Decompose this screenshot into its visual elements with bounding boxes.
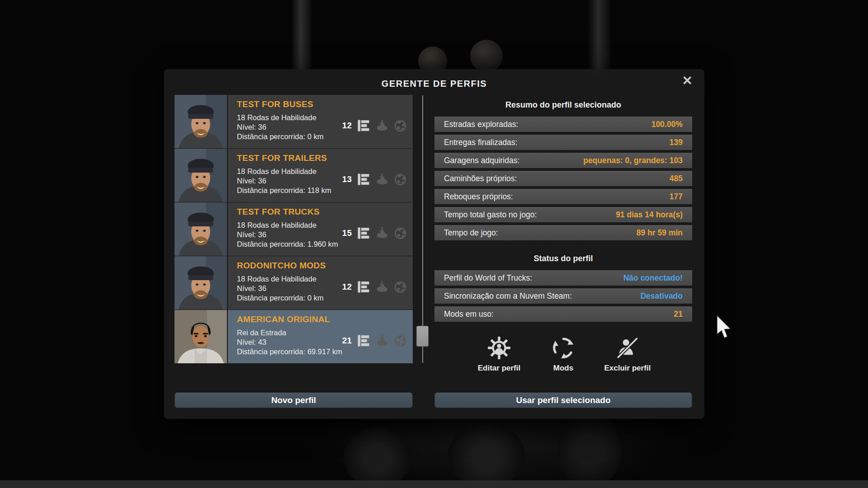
edit-profile-button[interactable]: Editar perfil (474, 336, 524, 373)
cloud-sync-icon (375, 119, 389, 132)
status-row: Perfil do World of Trucks: Não conectado… (434, 270, 692, 286)
summary-row: Tempo total gasto no jogo: 91 dias 14 ho… (434, 207, 692, 222)
status-row-label: Perfil do World of Trucks: (444, 273, 532, 283)
truck-wheel-2 (448, 424, 525, 488)
mouse-cursor (717, 315, 732, 341)
summary-rows: Estradas exploradas: 100.00% Entregas fi… (434, 117, 692, 243)
summary-row-label: Tempo de jogo: (444, 228, 498, 238)
summary-row-value: 100.00% (651, 120, 683, 129)
profile-name: AMERICAN ORIGINAL (237, 314, 413, 324)
cloud-sync-icon (375, 334, 389, 347)
status-row-value: Desativado (641, 291, 683, 301)
avatar (175, 310, 227, 363)
cloud-sync-icon (375, 173, 389, 186)
summary-row: Entregas finalizadas: 139 (434, 135, 692, 150)
new-profile-button[interactable]: Novo perfil (175, 393, 413, 408)
ground-strip (0, 480, 868, 488)
mods-count: 21 (342, 336, 352, 346)
summary-row-label: Estradas exploradas: (444, 120, 518, 129)
status-row: Mods em uso: 21 (434, 306, 692, 322)
profile-row[interactable]: RODONITCHO MODS 18 Rodas de Habilidade N… (175, 256, 413, 310)
dialog-title: GERENTE DE PERFIS (164, 79, 704, 89)
profile-row[interactable]: TEST FOR TRAILERS 18 Rodas de Habilidade… (175, 149, 413, 202)
profile-name: TEST FOR TRAILERS (237, 153, 413, 163)
gear-person-icon (487, 336, 511, 360)
profile-distance: Distância percorrida: 0 km (237, 132, 413, 141)
profile-list-scroll-track[interactable] (422, 95, 423, 363)
summary-row-label: Caminhões próprios: (444, 174, 517, 183)
cloud-sync-icon (375, 280, 389, 294)
avatar-beanie-man (175, 256, 227, 310)
truck-wheel-1 (344, 427, 411, 488)
close-icon[interactable]: ✕ (682, 75, 693, 87)
mods-count: 13 (342, 174, 352, 184)
status-row-value: 21 (674, 310, 683, 319)
summary-row-label: Garagens adquiridas: (444, 156, 519, 165)
summary-row-value: 89 hr 59 min (637, 228, 683, 238)
summary-row-value: 139 (670, 138, 683, 147)
world-of-trucks-icon (394, 334, 407, 347)
profile-name: RODONITCHO MODS (237, 261, 413, 271)
profile-distance: Distância percorrida: 1.960 km (237, 239, 413, 249)
status-row-label: Mods em uso: (444, 310, 494, 319)
summary-row-value: 485 (670, 174, 683, 183)
summary-row: Tempo de jogo: 89 hr 59 min (434, 225, 692, 240)
world-of-trucks-icon (394, 173, 407, 186)
status-title: Status do perfil (434, 254, 692, 263)
person-slash-icon (616, 336, 639, 360)
mods-button[interactable]: Mods (538, 336, 589, 373)
avatar (175, 95, 227, 148)
profile-list: TEST FOR BUSES 18 Rodas de Habilidade Ní… (175, 95, 413, 364)
profile-row[interactable]: TEST FOR BUSES 18 Rodas de Habilidade Ní… (175, 95, 413, 148)
avatar (175, 149, 227, 202)
avatar (175, 202, 227, 256)
profile-row[interactable]: AMERICAN ORIGINAL Rei da Estrada Nível: … (175, 310, 413, 363)
cloud-sync-icon (375, 226, 389, 240)
profile-distance: Distância percorrida: 69.917 km (237, 347, 413, 357)
delete-profile-button[interactable]: Excluir perfil (602, 336, 653, 373)
status-row-value: Não conectado! (623, 273, 683, 283)
profile-name: TEST FOR BUSES (237, 99, 413, 109)
status-row: Sincronização com a Nuvem Steam: Desativ… (434, 288, 692, 304)
profile-row[interactable]: TEST FOR TRUCKS 18 Rodas de Habilidade N… (175, 202, 413, 256)
mods-label: Mods (553, 364, 573, 373)
exhaust-pipe-right (589, 0, 610, 77)
world-of-trucks-icon (394, 281, 407, 294)
bar-chart-icon (357, 119, 370, 132)
summary-row-label: Entregas finalizadas: (444, 138, 517, 147)
summary-row: Estradas exploradas: 100.00% (434, 117, 692, 132)
profile-distance: Distância percorrida: 0 km (237, 293, 413, 303)
profile-name: TEST FOR TRUCKS (237, 207, 413, 217)
headlight-right (470, 40, 503, 72)
world-of-trucks-icon (394, 227, 407, 240)
profile-actions: Editar perfil Mods (434, 336, 692, 373)
bar-chart-icon (357, 226, 370, 240)
summary-row: Garagens adquiridas: pequenas: 0, grande… (434, 153, 692, 168)
summary-row-value: 91 dias 14 hora(s) (616, 210, 683, 220)
profile-summary-panel: Resumo do perfil selecionado Estradas ex… (434, 95, 692, 393)
status-rows: Perfil do World of Trucks: Não conectado… (434, 270, 692, 324)
avatar-beanie-man (175, 202, 227, 256)
mods-count: 12 (342, 121, 352, 131)
profile-manager-dialog: GERENTE DE PERFIS ✕ (164, 69, 704, 419)
avatar-beanie-man (175, 149, 227, 202)
avatar-mustache-man (175, 310, 227, 363)
summary-row-value: 177 (670, 192, 683, 202)
delete-profile-label: Excluir perfil (604, 364, 651, 373)
world-of-trucks-icon (394, 119, 407, 132)
truck-wheel-3 (558, 412, 622, 488)
summary-title: Resumo do perfil selecionado (434, 100, 692, 110)
bar-chart-icon (357, 280, 370, 294)
profile-list-scroll-thumb[interactable] (416, 326, 429, 347)
bar-chart-icon (357, 173, 370, 186)
status-row-label: Sincronização com a Nuvem Steam: (444, 291, 572, 301)
summary-row-value: pequenas: 0, grandes: 103 (583, 156, 683, 165)
mods-recycle-icon (552, 336, 575, 360)
avatar-beanie-man (175, 95, 227, 148)
summary-row-label: Reboques próprios: (444, 192, 513, 202)
summary-row: Caminhões próprios: 485 (434, 171, 692, 186)
use-selected-profile-button[interactable]: Usar perfil selecionado (434, 393, 692, 408)
avatar (175, 256, 227, 310)
summary-row: Reboques próprios: 177 (434, 189, 692, 204)
bar-chart-icon (357, 334, 370, 347)
